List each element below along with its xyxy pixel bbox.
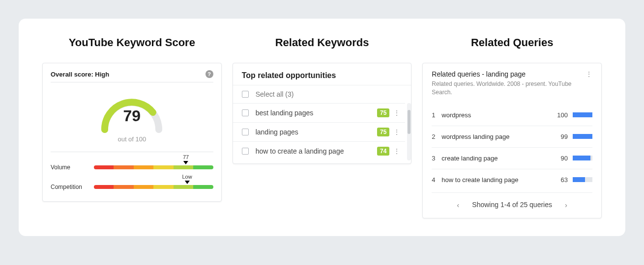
volume-meter-bar <box>94 165 213 169</box>
competition-label: Competition <box>51 184 94 190</box>
keywords-column: Related Keywords Top related opportuniti… <box>233 36 412 218</box>
keyword-row[interactable]: landing pages75⋮ <box>233 122 406 141</box>
keyword-more-icon[interactable]: ⋮ <box>393 128 400 136</box>
volume-marker: 77 <box>183 154 189 164</box>
keywords-panel: Top related opportunities Select all (3)… <box>233 63 412 164</box>
volume-label: Volume <box>51 164 94 171</box>
keyword-list: best landing pages75⋮landing pages75⋮how… <box>233 103 406 160</box>
score-column: YouTube Keyword Score Overall score: Hig… <box>42 36 222 218</box>
volume-meter-row: Volume 77 <box>51 164 213 171</box>
queries-column: Related Queries Related queries - landin… <box>422 36 602 218</box>
query-text: create landing page <box>441 155 551 162</box>
query-bar-fill <box>573 177 585 182</box>
queries-pager: ‹ Showing 1-4 of 25 queries › <box>432 192 592 213</box>
keyword-row[interactable]: how to create a landing page74⋮ <box>233 141 406 160</box>
query-row[interactable]: 2wordpress landing page99 <box>432 126 592 148</box>
keyword-text: how to create a landing page <box>256 147 377 155</box>
query-row[interactable]: 3create landing page90 <box>432 148 592 169</box>
help-icon[interactable]: ? <box>205 70 213 78</box>
query-bar <box>573 112 592 117</box>
queries-panel-title: Related queries - landing page <box>432 70 526 78</box>
query-text: how to create landing page <box>441 176 551 184</box>
queries-panel: Related queries - landing page ⋮ Related… <box>422 63 602 218</box>
keyword-scrollbar[interactable] <box>407 103 411 160</box>
queries-column-title: Related Queries <box>422 36 602 49</box>
query-bar <box>573 177 592 182</box>
keyword-list-wrap: best landing pages75⋮landing pages75⋮how… <box>233 103 411 160</box>
gauge-score-value: 79 <box>95 107 169 125</box>
select-all-label: Select all (3) <box>256 90 407 98</box>
keyword-score-badge: 75 <box>377 128 389 136</box>
keyword-checkbox[interactable] <box>242 109 249 116</box>
query-bar <box>573 134 592 139</box>
query-rank: 2 <box>432 133 441 140</box>
query-rank: 3 <box>432 155 441 162</box>
queries-more-icon[interactable]: ⋮ <box>585 70 592 78</box>
query-bar-fill <box>573 156 590 160</box>
keyword-score-badge: 74 <box>377 147 389 156</box>
gauge-subtext: out of 100 <box>117 135 146 143</box>
query-rank: 4 <box>432 176 441 184</box>
query-value: 99 <box>551 133 568 140</box>
keyword-row[interactable]: best landing pages75⋮ <box>233 103 406 122</box>
queries-header: Related queries - landing page ⋮ <box>432 70 592 78</box>
keyword-checkbox[interactable] <box>242 129 249 135</box>
gauge-wrap: 79 out of 100 <box>51 87 213 152</box>
competition-marker: Low <box>182 174 192 184</box>
queries-list: 1wordpress1002wordpress landing page993c… <box>432 105 592 190</box>
main-card: YouTube Keyword Score Overall score: Hig… <box>19 19 625 236</box>
pager-text: Showing 1-4 of 25 queries <box>472 201 552 209</box>
keywords-column-title: Related Keywords <box>233 36 412 49</box>
keyword-text: best landing pages <box>256 109 377 117</box>
gauge-chart: 79 <box>95 90 169 134</box>
query-value: 90 <box>551 155 568 162</box>
query-rank: 1 <box>432 111 441 119</box>
pager-prev-icon[interactable]: ‹ <box>455 199 461 211</box>
query-bar-fill <box>573 134 592 139</box>
query-bar-fill <box>573 112 592 117</box>
query-text: wordpress <box>441 111 551 119</box>
score-panel: Overall score: High ? 79 out of 100 Volu… <box>42 63 222 202</box>
keyword-more-icon[interactable]: ⋮ <box>393 147 400 155</box>
keyword-checkbox[interactable] <box>242 148 249 155</box>
query-bar <box>573 156 592 160</box>
score-column-title: YouTube Keyword Score <box>42 36 222 49</box>
query-text: wordpress landing page <box>441 133 551 140</box>
score-header-text: Overall score: High <box>51 71 109 78</box>
keyword-score-badge: 75 <box>377 108 389 117</box>
keyword-text: landing pages <box>256 128 377 136</box>
query-value: 100 <box>551 111 568 119</box>
query-row[interactable]: 1wordpress100 <box>432 105 592 126</box>
select-all-row[interactable]: Select all (3) <box>233 85 411 103</box>
competition-meter-bar <box>94 185 213 189</box>
query-value: 63 <box>551 176 568 184</box>
keywords-panel-title: Top related opportunities <box>233 70 411 85</box>
select-all-checkbox[interactable] <box>242 91 249 98</box>
keyword-more-icon[interactable]: ⋮ <box>393 109 400 117</box>
score-header: Overall score: High ? <box>51 70 213 82</box>
query-row[interactable]: 4how to create landing page63 <box>432 169 592 190</box>
queries-subtitle: Related queries. Worldwide. 2008 - prese… <box>432 80 592 97</box>
competition-meter-row: Competition Low <box>51 184 213 190</box>
keyword-scrollbar-thumb[interactable] <box>408 110 410 134</box>
pager-next-icon[interactable]: › <box>563 199 569 211</box>
